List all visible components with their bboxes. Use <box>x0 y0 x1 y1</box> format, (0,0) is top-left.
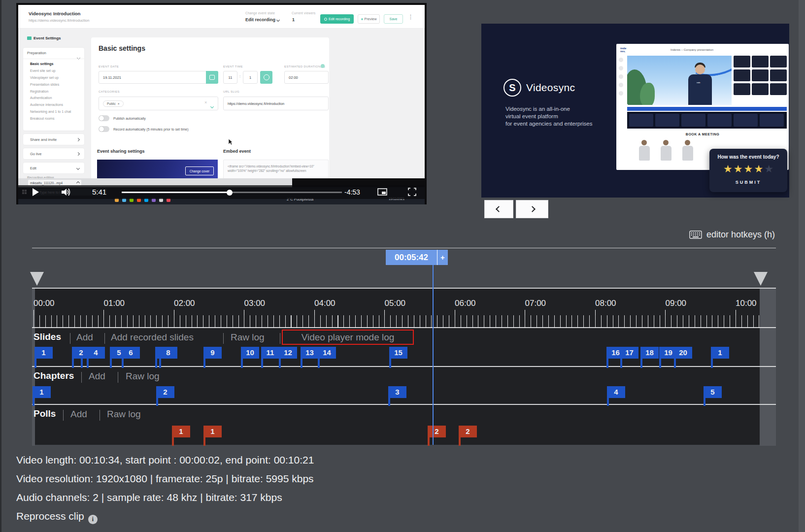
chapter-marker[interactable]: 5 <box>704 386 722 398</box>
clock-icon[interactable] <box>260 71 272 84</box>
video-player-mode-log-button[interactable]: Video player mode log <box>282 330 414 345</box>
chapter-marker[interactable]: 2 <box>156 386 174 398</box>
star-icon[interactable]: ★ <box>723 163 733 174</box>
chapter-marker[interactable]: 4 <box>607 386 625 398</box>
sidebar-item-edit[interactable]: Edit <box>23 162 85 174</box>
current-viewers-value: 1 <box>292 17 295 22</box>
add-marker-button[interactable]: + <box>437 250 448 265</box>
slide-marker[interactable]: 13 <box>301 347 319 359</box>
slide-marker[interactable]: 20 <box>674 347 692 359</box>
star-icon[interactable]: ★ <box>754 163 763 174</box>
star-icon[interactable]: ★ <box>744 163 753 174</box>
trim-end-handle[interactable] <box>754 272 768 286</box>
sidebar-item-audience-interactions[interactable]: Audience interactions <box>23 101 85 108</box>
time-separator: : <box>239 74 240 78</box>
chapters-raw-log-button[interactable]: Raw log <box>126 371 160 382</box>
event-time-minute-field[interactable]: 1 <box>243 71 258 84</box>
preparation-dropdown[interactable]: Preparation <box>27 51 46 55</box>
volume-icon[interactable] <box>61 188 72 197</box>
sidebar-item-basic-settings[interactable]: Basic settings <box>23 61 85 67</box>
sidebar-item-breakout-rooms[interactable]: Breakout rooms <box>23 115 85 122</box>
event-date-field[interactable]: 19.11.2021 <box>99 71 218 84</box>
polls-add-button[interactable]: Add <box>70 409 87 420</box>
chapter-marker[interactable]: 3 <box>388 386 406 398</box>
category-tag[interactable]: Public× <box>103 100 124 107</box>
playhead-line[interactable] <box>433 265 434 445</box>
poll-marker[interactable]: 1 <box>172 426 190 437</box>
reprocess-clip[interactable]: Reprocess clipi <box>16 510 98 524</box>
sidebar-item-presentation-slides[interactable]: Presentation slides <box>23 81 85 88</box>
slide-marker[interactable]: 6 <box>122 347 140 359</box>
slide-marker[interactable]: 1 <box>711 347 729 359</box>
change-event-state-dropdown[interactable]: Edit recording <box>245 17 279 22</box>
scrollbar-track[interactable] <box>799 0 805 532</box>
video-thumbnail <box>681 114 705 127</box>
record-toggle[interactable] <box>99 126 109 132</box>
poll-marker[interactable]: 2 <box>428 426 446 437</box>
slide-marker[interactable]: 4 <box>87 347 105 359</box>
book-a-meeting-button[interactable]: BOOK A MEETING <box>616 133 789 136</box>
edit-recording-button[interactable]: Edit recording <box>320 14 354 24</box>
editor-hotkeys[interactable]: editor hotkeys (h) <box>689 230 775 240</box>
ruler-label: 04:00 <box>314 299 335 308</box>
slide-marker[interactable]: 8 <box>159 347 177 359</box>
star-icon[interactable]: ★ <box>764 163 773 174</box>
preview-button[interactable]: Preview <box>358 14 380 24</box>
submit-button[interactable]: SUBMIT <box>709 180 787 185</box>
pip-icon[interactable] <box>377 188 387 196</box>
embed-code-box[interactable]: <iframe src="//demo.videosync.fi/introdu… <box>223 160 329 178</box>
save-button[interactable]: Save <box>384 14 403 24</box>
sidebar-item-go-live[interactable]: Go live <box>23 148 85 160</box>
slide-marker[interactable]: 9 <box>203 347 222 359</box>
slide-marker[interactable]: 10 <box>241 347 259 359</box>
sidebar-item-registration[interactable]: Registration <box>23 88 85 95</box>
slide-marker[interactable]: 17 <box>620 347 638 359</box>
chapters-add-button[interactable]: Add <box>89 371 105 382</box>
slide-marker[interactable]: 12 <box>279 347 297 359</box>
publish-toggle[interactable] <box>99 115 109 121</box>
trim-start-handle[interactable] <box>30 272 44 286</box>
sidebar-item-authentication[interactable]: Authentication <box>23 95 85 101</box>
event-time-hour-field[interactable]: 11 <box>223 71 237 84</box>
prev-slide-button[interactable] <box>484 200 513 218</box>
timeline[interactable]: 00:0001:0002:0003:0004:0005:0006:0007:00… <box>32 288 776 445</box>
next-slide-button[interactable] <box>516 200 548 218</box>
star-icon[interactable]: ★ <box>734 163 743 174</box>
categories-field[interactable]: Public× <box>99 97 218 110</box>
poll-marker[interactable]: 1 <box>203 426 222 437</box>
slide-marker[interactable]: 14 <box>318 347 336 359</box>
change-cover-button[interactable]: Change cover <box>185 166 214 175</box>
poll-marker[interactable]: 2 <box>459 426 477 437</box>
slides-add-button[interactable]: Add <box>76 332 93 343</box>
duration-field[interactable]: 02:00 <box>284 71 329 84</box>
timeline-ruler[interactable]: 00:0001:0002:0003:0004:0005:0006:0007:00… <box>32 289 776 328</box>
sidebar-item-event-site-set-up[interactable]: Event site set up <box>23 67 85 74</box>
fullscreen-icon[interactable] <box>408 188 416 196</box>
seek-handle[interactable] <box>227 190 233 196</box>
seek-bar[interactable] <box>122 192 342 193</box>
slide-marker[interactable]: 11 <box>261 347 279 359</box>
sidebar-item-videoplayer-set-up[interactable]: Videoplayer set up <box>23 74 85 81</box>
track-polls[interactable]: Polls Add Raw log <box>32 406 776 446</box>
chevron-down-icon[interactable] <box>211 101 213 110</box>
slides-add-recorded-button[interactable]: Add recorded slides <box>111 332 194 343</box>
slides-raw-log-button[interactable]: Raw log <box>231 332 265 343</box>
playhead-time[interactable]: 00:05:42 <box>386 250 437 265</box>
sidebar-item-networking-and-1-to-1-chat[interactable]: Networking and 1 to 1 chat <box>23 108 85 115</box>
ruler-label: 08:00 <box>595 299 616 308</box>
slide-marker[interactable]: 15 <box>389 347 407 359</box>
calendar-icon[interactable] <box>206 71 218 84</box>
chapter-marker[interactable]: 1 <box>33 386 51 398</box>
overflow-menu-icon[interactable]: ⋮ <box>408 14 413 20</box>
star-rating[interactable]: ★★★★★ <box>709 162 787 176</box>
clear-icon[interactable]: × <box>204 100 207 105</box>
url-slug-field[interactable]: https://demo.videosync.fi/introduction <box>223 97 329 110</box>
play-icon[interactable] <box>31 188 40 197</box>
sidebar-item-share-and-invite[interactable]: Share and invite <box>23 133 85 145</box>
video-player[interactable]: Videosync Introduction https://demo.vide… <box>16 3 427 204</box>
playhead-time-badge[interactable]: 00:05:42 + <box>386 250 448 265</box>
remove-tag-icon[interactable]: × <box>118 102 120 105</box>
slide-marker[interactable]: 18 <box>640 347 659 359</box>
slide-marker[interactable]: 1 <box>34 347 53 359</box>
polls-raw-log-button[interactable]: Raw log <box>107 409 141 420</box>
